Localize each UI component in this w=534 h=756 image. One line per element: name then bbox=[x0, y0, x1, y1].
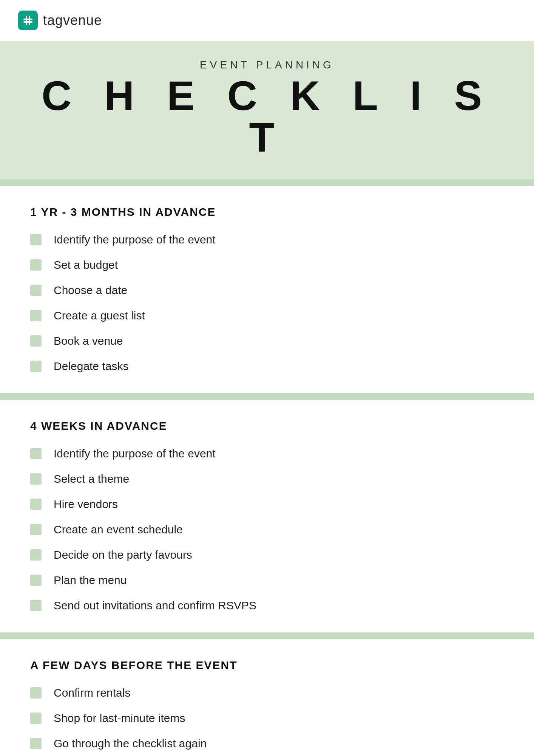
list-item: Choose a date bbox=[30, 283, 504, 297]
hash-icon bbox=[22, 14, 34, 26]
item-text: Create a guest list bbox=[54, 308, 145, 323]
list-item: Delegate tasks bbox=[30, 359, 504, 373]
section-divider-2 bbox=[0, 393, 534, 400]
section-fewdays-checklist: Confirm rentalsShop for last-minute item… bbox=[30, 685, 504, 751]
list-item: Send out invitations and confirm RSVPS bbox=[30, 598, 504, 613]
list-item: Book a venue bbox=[30, 333, 504, 348]
item-text: Create an event schedule bbox=[54, 522, 183, 537]
svg-rect-1 bbox=[23, 21, 32, 23]
logo-icon bbox=[18, 11, 38, 30]
section-fewdays: A FEW DAYS BEFORE THE EVENT Confirm rent… bbox=[0, 639, 534, 756]
logo-area: tagvenue bbox=[0, 0, 534, 41]
item-text: Book a venue bbox=[54, 333, 123, 348]
title-banner: EVENT PLANNING C H E C K L I S T bbox=[0, 41, 534, 179]
item-text: Identify the purpose of the event bbox=[54, 446, 216, 461]
checkbox[interactable] bbox=[30, 361, 42, 372]
svg-rect-2 bbox=[26, 16, 27, 25]
list-item: Decide on the party favours bbox=[30, 547, 504, 562]
checkbox[interactable] bbox=[30, 234, 42, 245]
list-item: Set a budget bbox=[30, 257, 504, 272]
item-text: Identify the purpose of the event bbox=[54, 232, 216, 247]
item-text: Shop for last-minute items bbox=[54, 711, 185, 725]
item-text: Choose a date bbox=[54, 283, 127, 297]
item-text: Set a budget bbox=[54, 257, 118, 272]
checkbox[interactable] bbox=[30, 310, 42, 321]
section-1yr: 1 YR - 3 MONTHS IN ADVANCE Identify the … bbox=[0, 186, 534, 393]
item-text: Select a theme bbox=[54, 471, 129, 486]
list-item: Shop for last-minute items bbox=[30, 711, 504, 725]
checkbox[interactable] bbox=[30, 687, 42, 699]
list-item: Create a guest list bbox=[30, 308, 504, 323]
list-item: Go through the checklist again bbox=[30, 736, 504, 751]
item-text: Confirm rentals bbox=[54, 685, 130, 700]
list-item: Identify the purpose of the event bbox=[30, 446, 504, 461]
logo-text: tagvenue bbox=[43, 12, 102, 28]
list-item: Plan the menu bbox=[30, 573, 504, 587]
section-4weeks: 4 WEEKS IN ADVANCE Identify the purpose … bbox=[0, 400, 534, 632]
checkbox[interactable] bbox=[30, 600, 42, 611]
item-text: Decide on the party favours bbox=[54, 547, 192, 562]
checkbox[interactable] bbox=[30, 473, 42, 485]
checkbox[interactable] bbox=[30, 335, 42, 347]
checkbox[interactable] bbox=[30, 549, 42, 561]
item-text: Go through the checklist again bbox=[54, 736, 207, 751]
section-fewdays-title: A FEW DAYS BEFORE THE EVENT bbox=[30, 659, 504, 672]
title-subtitle: EVENT PLANNING bbox=[18, 59, 516, 71]
list-item: Create an event schedule bbox=[30, 522, 504, 537]
list-item: Identify the purpose of the event bbox=[30, 232, 504, 247]
checkbox[interactable] bbox=[30, 738, 42, 749]
list-item: Hire vendors bbox=[30, 497, 504, 511]
checkbox[interactable] bbox=[30, 259, 42, 271]
item-text: Plan the menu bbox=[54, 573, 127, 587]
svg-rect-3 bbox=[29, 16, 30, 25]
checkbox[interactable] bbox=[30, 575, 42, 586]
section-1yr-title: 1 YR - 3 MONTHS IN ADVANCE bbox=[30, 206, 504, 218]
checkbox[interactable] bbox=[30, 285, 42, 296]
section-divider-3 bbox=[0, 632, 534, 639]
checkbox[interactable] bbox=[30, 713, 42, 724]
checkbox[interactable] bbox=[30, 448, 42, 459]
item-text: Delegate tasks bbox=[54, 359, 128, 373]
title-main: C H E C K L I S T bbox=[18, 75, 516, 158]
section-divider-1 bbox=[0, 179, 534, 186]
section-4weeks-title: 4 WEEKS IN ADVANCE bbox=[30, 420, 504, 432]
section-1yr-checklist: Identify the purpose of the eventSet a b… bbox=[30, 232, 504, 373]
item-text: Hire vendors bbox=[54, 497, 118, 511]
item-text: Send out invitations and confirm RSVPS bbox=[54, 598, 256, 613]
list-item: Select a theme bbox=[30, 471, 504, 486]
checkbox[interactable] bbox=[30, 499, 42, 510]
section-4weeks-checklist: Identify the purpose of the eventSelect … bbox=[30, 446, 504, 613]
checkbox[interactable] bbox=[30, 524, 42, 535]
list-item: Confirm rentals bbox=[30, 685, 504, 700]
svg-rect-0 bbox=[23, 19, 32, 20]
